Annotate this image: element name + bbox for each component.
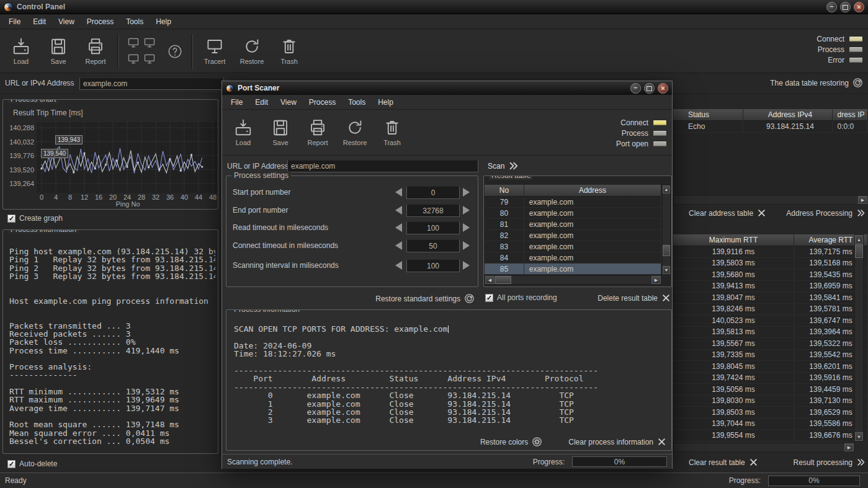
scroll-down-button[interactable]: [855, 432, 863, 441]
scroll-up-button[interactable]: [663, 185, 670, 193]
setting-value-input[interactable]: [406, 204, 460, 217]
maximize-button[interactable]: [644, 83, 655, 94]
monitor-icon[interactable]: [127, 53, 140, 65]
table-row[interactable]: 82example.com: [485, 230, 661, 241]
table-row[interactable]: 139,7044 ms139,5586 ms: [673, 419, 868, 430]
table-row[interactable]: 140,0523 ms139,6747 ms: [673, 315, 868, 327]
scan-address-input[interactable]: [287, 160, 478, 172]
spinner-decrement-arrow[interactable]: [395, 223, 402, 232]
rtt-table-vscrollbar[interactable]: [854, 234, 864, 441]
table-row[interactable]: 139,8246 ms139,5781 ms: [673, 304, 868, 316]
spinner-increment-arrow[interactable]: [463, 241, 470, 250]
table-row[interactable]: 139,5813 ms139,3964 ms: [673, 327, 868, 339]
table-row[interactable]: 139,8030 ms139,7130 ms: [673, 396, 868, 407]
save-button[interactable]: Save: [262, 113, 299, 152]
table-row[interactable]: 139,7424 ms139,5916 ms: [673, 373, 868, 384]
scroll-right-button[interactable]: [844, 443, 854, 451]
spinner-increment-arrow[interactable]: [463, 188, 470, 197]
trash-button[interactable]: Trash: [271, 32, 308, 71]
rtt-table-hscrollbar[interactable]: [673, 443, 854, 452]
result-table-hscrollbar[interactable]: [485, 275, 661, 285]
table-row[interactable]: 84example.com: [485, 252, 661, 264]
setting-value-input[interactable]: [406, 221, 460, 234]
menu-main-view[interactable]: View: [52, 16, 81, 28]
spinner-decrement-arrow[interactable]: [395, 188, 402, 197]
table-row[interactable]: 139,9116 ms139,7175 ms: [673, 246, 868, 258]
address-input[interactable]: [79, 78, 224, 90]
restore-standard-settings-button[interactable]: Restore standard settings: [226, 293, 478, 304]
menu-main-edit[interactable]: Edit: [27, 16, 52, 28]
monitor-icon[interactable]: [127, 37, 140, 49]
table-row[interactable]: 83example.com: [485, 241, 661, 252]
spinner-increment-arrow[interactable]: [463, 261, 470, 270]
table-row[interactable]: 139,7335 ms139,5542 ms: [673, 350, 868, 362]
minimize-button[interactable]: [826, 2, 837, 12]
setting-value-input[interactable]: [406, 239, 460, 252]
load-button[interactable]: Load: [225, 113, 262, 152]
menu-ps-view[interactable]: View: [274, 96, 303, 109]
auto-delete-checkbox[interactable]: [7, 460, 16, 468]
column-header-maximum-rtt[interactable]: Maximum RTT: [673, 234, 794, 246]
close-button[interactable]: [658, 83, 668, 94]
load-button[interactable]: Load: [2, 32, 40, 71]
menu-main-process[interactable]: Process: [81, 16, 120, 28]
column-header-no[interactable]: No: [485, 185, 524, 197]
table-row[interactable]: 80example.com: [485, 208, 661, 219]
table-row[interactable]: 139,5803 ms139,5168 ms: [673, 258, 868, 270]
spinner-decrement-arrow[interactable]: [395, 241, 402, 250]
menu-ps-help[interactable]: Help: [372, 96, 400, 109]
scrollbar-thumb[interactable]: [855, 244, 863, 258]
restore-button[interactable]: Restore: [336, 113, 374, 152]
table-row[interactable]: Echo93.184.215.140:0:0: [673, 121, 868, 133]
trash-button[interactable]: Trash: [374, 113, 411, 152]
report-button[interactable]: Report: [77, 32, 114, 71]
save-button[interactable]: Save: [40, 32, 77, 71]
address-processing-button[interactable]: Address Processing: [786, 208, 866, 218]
clear-result-table-button[interactable]: Clear result table: [689, 458, 758, 467]
report-button[interactable]: Report: [299, 113, 336, 152]
help-icon[interactable]: [167, 43, 183, 60]
menu-ps-tools[interactable]: Tools: [342, 96, 372, 109]
table-row[interactable]: 139,8503 ms139,6529 ms: [673, 407, 868, 419]
data-table-restoring-button[interactable]: The data table restoring: [770, 78, 863, 88]
scroll-down-button[interactable]: [663, 266, 670, 274]
spinner-increment-arrow[interactable]: [463, 206, 470, 215]
scan-button[interactable]: Scan: [488, 161, 519, 171]
table-row[interactable]: 139,8047 ms139,5841 ms: [673, 292, 868, 304]
menu-ps-edit[interactable]: Edit: [249, 96, 274, 109]
menu-main-tools[interactable]: Tools: [120, 16, 150, 28]
clear-address-table-button[interactable]: Clear address table: [689, 208, 766, 218]
spinner-decrement-arrow[interactable]: [395, 206, 402, 215]
result-processing-button[interactable]: Result processing: [794, 458, 866, 467]
clear-process-information-button[interactable]: Clear process information: [568, 437, 666, 447]
spinner-increment-arrow[interactable]: [463, 223, 470, 232]
minimize-button[interactable]: [630, 83, 641, 94]
create-graph-checkbox[interactable]: [7, 215, 16, 223]
scroll-right-button[interactable]: [858, 196, 867, 204]
menu-ps-process[interactable]: Process: [303, 96, 342, 109]
table-row[interactable]: 139,5567 ms139,5322 ms: [673, 338, 868, 350]
table-row[interactable]: 139,9413 ms139,6959 ms: [673, 281, 868, 293]
tracert-button[interactable]: Tracert: [196, 32, 233, 71]
setting-value-input[interactable]: [406, 259, 460, 272]
column-header-status[interactable]: Status: [673, 109, 743, 121]
table-row[interactable]: 79example.com: [485, 197, 661, 208]
column-header-dress-ip[interactable]: dress IP: [833, 109, 868, 121]
close-button[interactable]: [854, 2, 864, 12]
scroll-up-button[interactable]: [855, 235, 863, 244]
restore-button[interactable]: Restore: [233, 32, 271, 71]
monitor-icon[interactable]: [143, 37, 156, 49]
table-row[interactable]: 139,8045 ms139,6201 ms: [673, 361, 868, 373]
maximize-button[interactable]: [840, 2, 851, 12]
scrollbar-thumb[interactable]: [495, 276, 511, 284]
column-header-address[interactable]: Address: [524, 185, 661, 197]
scrollbar-thumb[interactable]: [663, 245, 670, 256]
all-ports-recording-checkbox[interactable]: [485, 294, 493, 302]
menu-main-file[interactable]: File: [2, 16, 27, 28]
table-row[interactable]: 139,5056 ms139,4459 ms: [673, 384, 868, 396]
monitor-icon[interactable]: [143, 53, 156, 65]
scroll-right-button[interactable]: [651, 276, 661, 284]
address-table-hscrollbar[interactable]: [673, 195, 868, 205]
menu-main-help[interactable]: Help: [150, 16, 177, 28]
column-header-address-ipv4[interactable]: Address IPv4: [743, 109, 832, 121]
